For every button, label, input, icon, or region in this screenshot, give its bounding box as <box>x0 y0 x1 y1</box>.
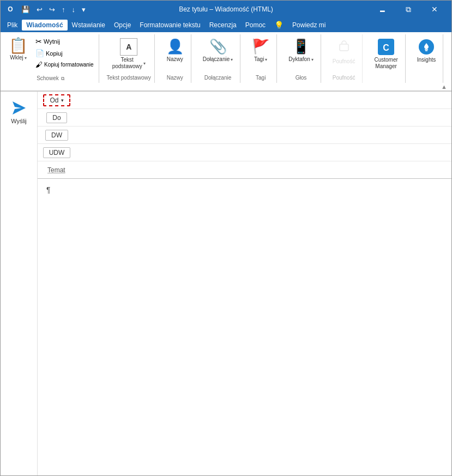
menu-wstawianie[interactable]: Wstawianie <box>68 20 110 31</box>
schowek-expand-icon[interactable]: ⧉ <box>61 76 64 81</box>
customer-group-label <box>370 80 401 82</box>
group-dolaczanie: 📎 Dołączanie ▾ Dołączanie <box>196 34 240 83</box>
temat-input[interactable] <box>76 164 451 176</box>
do-row: Do <box>38 109 451 126</box>
dyktafon-button[interactable]: 📱 Dyktafon ▾ <box>285 35 317 65</box>
restore-button[interactable]: ⧉ <box>396 1 421 18</box>
insights-label: Insights <box>417 57 436 63</box>
undo-button[interactable]: ↩ <box>34 4 45 15</box>
udw-field-button[interactable]: UDW <box>38 145 76 160</box>
tekst-group-label: Tekst podstawowy <box>107 74 151 82</box>
udw-button-inner[interactable]: UDW <box>43 147 71 158</box>
dolaczanie-group-label: Dołączanie <box>199 74 237 82</box>
tekst-icon: A <box>120 38 137 56</box>
customer-manager-icon: C <box>377 38 395 56</box>
menu-formatowanie[interactable]: Formatowanie tekstu <box>135 20 204 31</box>
udw-input[interactable] <box>76 147 451 159</box>
redo-button[interactable]: ↪ <box>47 4 57 15</box>
tekst-podstawowy-button[interactable]: A Tekstpodstawowy ▾ <box>109 35 149 73</box>
group-tagi: 🚩 Tagi ▾ Tagi <box>245 34 277 83</box>
do-input[interactable] <box>76 112 451 124</box>
od-field-button[interactable]: Od ▾ <box>38 92 76 109</box>
email-body[interactable]: ¶ <box>38 179 451 475</box>
group-schowek: 📋 Wklej ▾ ✂ Wytnij 📄 <box>3 34 99 83</box>
udw-label: UDW <box>49 149 65 156</box>
kopiuj-label: Kopiuj <box>46 50 63 57</box>
dw-label: DW <box>51 131 62 139</box>
nazwy-button[interactable]: 👤 Nazwy <box>162 35 188 65</box>
lock-icon <box>336 38 352 57</box>
customer-manager-button[interactable]: C CustomerManager <box>370 35 401 73</box>
group-nazwy: 👤 Nazwy Nazwy <box>159 34 191 83</box>
menu-recenzja[interactable]: Recenzja <box>205 20 241 31</box>
up-button[interactable]: ↑ <box>59 4 68 15</box>
dyktafon-label: Dyktafon <box>288 56 310 63</box>
menu-powiedz[interactable]: Powiedz mi <box>288 20 330 31</box>
send-panel: Wyślij <box>1 92 38 475</box>
poufnosc-group-label: Poufność <box>329 74 359 82</box>
format-paint-button[interactable]: 🖌 Kopiuj formatowanie <box>33 59 97 70</box>
wklej-label: Wklej <box>10 55 23 61</box>
nazwy-icon: 👤 <box>166 38 184 55</box>
dw-input[interactable] <box>76 129 451 141</box>
schowek-small-buttons: ✂ Wytnij 📄 Kopiuj 🖌 Kopiuj formatowanie <box>33 35 97 70</box>
od-label: Od <box>50 97 58 104</box>
do-button-inner[interactable]: Do <box>46 112 67 123</box>
save-button[interactable]: 💾 <box>19 4 32 15</box>
tagi-label: Tagi <box>254 56 264 63</box>
send-icon <box>10 99 28 117</box>
customer-items: C CustomerManager <box>370 34 401 80</box>
udw-row: UDW <box>38 144 451 161</box>
nazwy-group-label: Nazwy <box>162 74 188 82</box>
menu-pomoc[interactable]: Pomoc <box>241 20 270 31</box>
ribbon-arrow-row: ▲ <box>1 83 451 91</box>
title-bar-left: O 💾 ↩ ↪ ↑ ↓ ▾ <box>5 4 88 15</box>
kopiuj-button[interactable]: 📄 Kopiuj <box>33 47 97 59</box>
insights-group-label <box>413 80 439 82</box>
menu-wiadomosc[interactable]: Wiadomość <box>22 20 67 31</box>
poufnosc-label: Poufność <box>333 58 355 65</box>
wklej-button[interactable]: 📋 Wklej ▾ <box>5 35 32 64</box>
paste-icon: 📋 <box>9 38 28 53</box>
wyslij-button[interactable]: Wyślij <box>6 96 32 128</box>
wyslij-label: Wyślij <box>11 118 27 124</box>
minimize-button[interactable]: 🗕 <box>370 1 395 18</box>
close-button[interactable]: ✕ <box>422 1 447 18</box>
group-customer-manager: C CustomerManager <box>367 34 405 83</box>
dw-button-inner[interactable]: DW <box>45 130 68 141</box>
down-button[interactable]: ↓ <box>70 4 78 15</box>
wklej-dropdown-arrow: ▾ <box>25 56 27 61</box>
dolaczanie-items: 📎 Dołączanie ▾ <box>199 34 237 74</box>
tagi-button[interactable]: 🚩 Tagi ▾ <box>248 35 273 65</box>
nazwy-label: Nazwy <box>167 56 183 63</box>
menu-bulb-icon: 💡 <box>270 19 288 31</box>
scissors-icon: ✂ <box>35 37 42 46</box>
menu-plik[interactable]: Plik <box>3 20 22 31</box>
svg-marker-6 <box>13 101 26 115</box>
schowek-label-text: Schowek <box>37 75 59 81</box>
glos-group-label: Głos <box>285 74 317 82</box>
window-controls: 🗕 ⧉ ✕ <box>370 1 447 18</box>
do-field-button[interactable]: Do <box>38 110 76 125</box>
quick-access-toolbar: 💾 ↩ ↪ ↑ ↓ ▾ <box>19 4 88 15</box>
dolaczanie-button[interactable]: 📎 Dołączanie ▾ <box>199 35 237 65</box>
customize-qa-button[interactable]: ▾ <box>80 4 88 15</box>
od-button-inner[interactable]: Od ▾ <box>43 94 70 106</box>
format-paint-icon: 🖌 <box>35 61 43 69</box>
temat-label[interactable]: Temat <box>38 164 76 176</box>
od-input[interactable] <box>76 94 451 106</box>
menu-opcje[interactable]: Opcje <box>110 20 135 31</box>
wytnij-button[interactable]: ✂ Wytnij <box>33 35 97 47</box>
poufnosc-icon-svg <box>336 38 352 53</box>
glos-items: 📱 Dyktafon ▾ <box>285 34 317 74</box>
ribbon-collapse-arrow[interactable]: ▲ <box>441 83 447 90</box>
tagi-group-label: Tagi <box>248 74 273 82</box>
window-title: Bez tytułu – Wiadomość (HTML) <box>179 5 273 13</box>
tekst-items: A Tekstpodstawowy ▾ <box>109 34 149 74</box>
customer-manager-label: CustomerManager <box>374 57 397 70</box>
od-dropdown-arrow: ▾ <box>61 98 64 103</box>
dw-field-button[interactable]: DW <box>38 128 76 143</box>
do-label: Do <box>52 114 61 122</box>
tagi-items: 🚩 Tagi ▾ <box>248 34 273 74</box>
insights-button[interactable]: Insights <box>413 35 439 66</box>
